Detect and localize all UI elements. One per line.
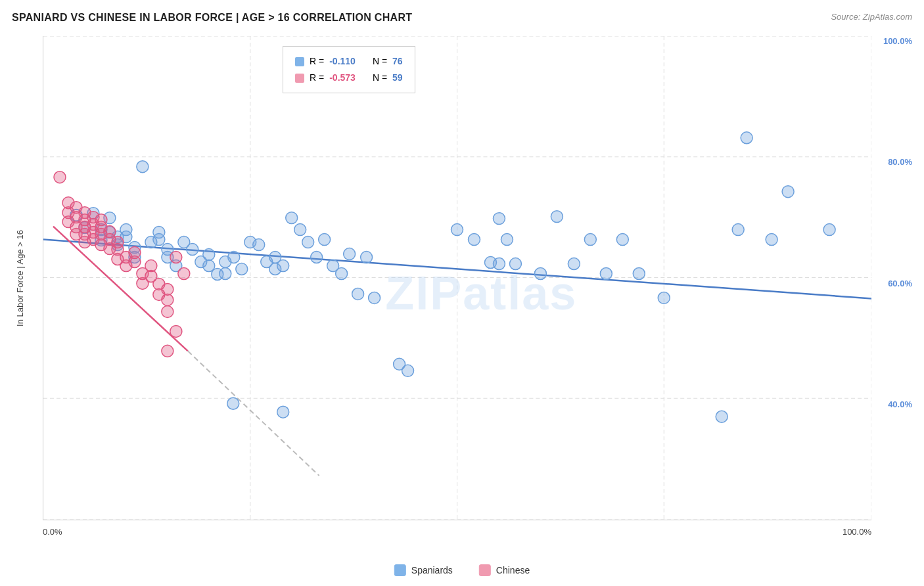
svg-point-126	[170, 325, 182, 337]
svg-point-61	[451, 224, 463, 236]
svg-point-74	[633, 268, 645, 280]
svg-point-52	[319, 234, 331, 246]
svg-point-64	[493, 258, 505, 270]
svg-point-124	[170, 252, 182, 263]
legend-chinese: Chinese	[479, 564, 530, 576]
svg-point-82	[227, 397, 239, 409]
legend-spaniards: Spaniards	[394, 564, 453, 576]
svg-point-79	[766, 234, 777, 246]
svg-point-76	[716, 411, 728, 422]
svg-point-60	[402, 365, 414, 376]
svg-point-73	[616, 234, 628, 246]
svg-point-50	[302, 237, 314, 248]
pink-r-value: -0.573	[329, 70, 356, 86]
pink-n-label: N =	[373, 70, 387, 86]
y-axis-labels: 100.0% 80.0% 60.0% 40.0%	[883, 36, 912, 520]
blue-legend-box	[295, 57, 304, 66]
svg-point-127	[162, 345, 173, 357]
svg-point-68	[534, 268, 546, 280]
blue-n-label: N =	[373, 53, 387, 70]
svg-point-77	[732, 224, 744, 236]
spaniards-color-box	[394, 564, 406, 576]
spaniards-label: Spaniards	[411, 565, 453, 575]
svg-point-39	[219, 268, 231, 280]
svg-point-58	[369, 292, 381, 304]
blue-n-value: 76	[392, 53, 403, 70]
chart-inner-legend: R = -0.110 N = 76 R = -0.573 N = 59	[283, 46, 415, 93]
pink-r-label: R =	[310, 70, 324, 86]
chart-area	[43, 36, 871, 520]
svg-point-125	[178, 268, 190, 280]
svg-point-66	[501, 234, 513, 246]
svg-point-78	[741, 132, 752, 144]
svg-point-43	[253, 239, 265, 251]
svg-point-67	[509, 258, 521, 270]
chinese-label: Chinese	[496, 565, 530, 575]
svg-point-69	[551, 211, 563, 223]
blue-r-value: -0.110	[329, 53, 356, 70]
source-label: Source: ZipAtlas.com	[831, 12, 912, 22]
svg-point-70	[568, 258, 580, 270]
svg-point-123	[162, 305, 173, 317]
svg-point-72	[600, 268, 612, 280]
blue-r-label: R =	[310, 53, 324, 70]
svg-point-49	[294, 224, 306, 236]
chart-title: SPANIARD VS CHINESE IN LABOR FORCE | AGE…	[12, 12, 412, 24]
svg-point-51	[311, 252, 323, 263]
x-axis-labels: 0.0% 100.0%	[43, 527, 871, 537]
pink-legend-box	[295, 74, 304, 83]
svg-point-48	[286, 212, 298, 224]
bottom-legend: Spaniards Chinese	[394, 564, 530, 576]
chart-container: SPANIARD VS CHINESE IN LABOR FORCE | AGE…	[0, 0, 924, 586]
svg-line-11	[188, 351, 319, 476]
svg-point-83	[277, 406, 289, 418]
svg-point-80	[782, 186, 794, 198]
svg-point-114	[129, 256, 141, 268]
chinese-color-box	[479, 564, 491, 576]
svg-point-54	[336, 268, 348, 280]
svg-point-62	[468, 234, 480, 246]
svg-point-41	[236, 263, 248, 275]
svg-point-81	[823, 224, 835, 236]
svg-point-65	[493, 213, 505, 225]
pink-n-value: 59	[392, 70, 403, 86]
y-axis-label: In Labor Force | Age > 16	[0, 36, 39, 520]
svg-point-71	[584, 234, 596, 246]
svg-point-122	[162, 294, 173, 305]
svg-point-33	[187, 244, 198, 256]
svg-point-35	[203, 249, 215, 261]
svg-point-75	[658, 292, 670, 304]
svg-point-28	[153, 234, 165, 246]
svg-point-55	[344, 248, 356, 260]
svg-point-56	[352, 288, 364, 300]
svg-point-47	[277, 260, 289, 272]
svg-point-25	[137, 161, 149, 173]
svg-point-57	[361, 252, 373, 263]
svg-point-84	[54, 171, 66, 183]
svg-point-40	[228, 252, 240, 263]
